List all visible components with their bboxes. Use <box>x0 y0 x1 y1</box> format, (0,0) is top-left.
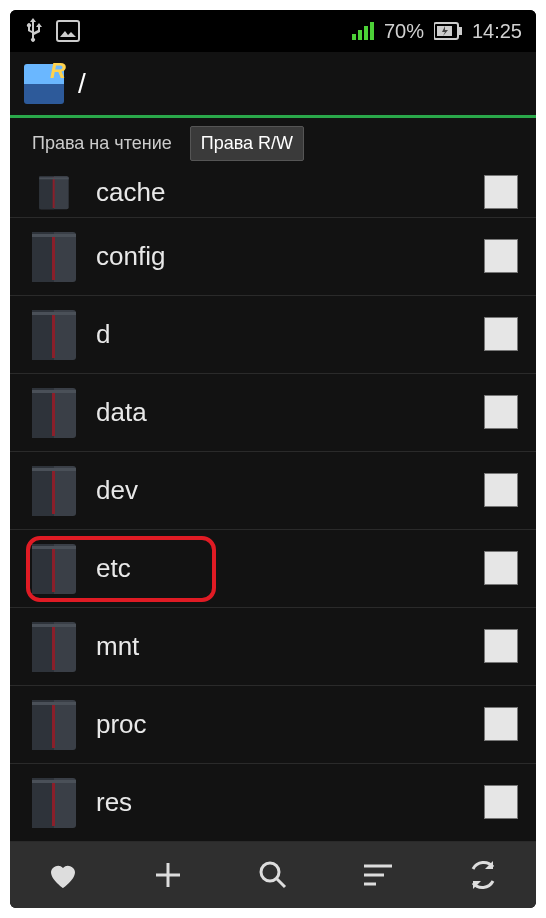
svg-rect-31 <box>32 624 76 627</box>
folder-icon <box>28 382 80 442</box>
file-checkbox[interactable] <box>484 239 518 273</box>
file-name-label: proc <box>96 709 468 740</box>
svg-rect-34 <box>52 702 55 748</box>
app-bar: / <box>10 52 536 118</box>
file-row-mnt[interactable]: mnt <box>10 608 536 686</box>
file-checkbox[interactable] <box>484 175 518 209</box>
file-name-label: config <box>96 241 468 272</box>
svg-rect-23 <box>32 468 76 471</box>
add-button[interactable] <box>152 859 184 891</box>
bottom-toolbar <box>10 842 536 908</box>
file-checkbox[interactable] <box>484 317 518 351</box>
permission-tabs: Права на чтение Права R/W <box>10 118 536 168</box>
file-row-proc[interactable]: proc <box>10 686 536 764</box>
file-checkbox[interactable] <box>484 785 518 819</box>
favorites-button[interactable] <box>47 860 79 890</box>
svg-rect-13 <box>32 310 54 360</box>
folder-icon <box>28 460 80 520</box>
svg-rect-2 <box>459 27 462 35</box>
tab-rw[interactable]: Права R/W <box>190 126 304 161</box>
svg-point-40 <box>261 863 279 881</box>
svg-rect-11 <box>32 234 76 237</box>
file-list: cache config d data dev etc mnt proc res <box>10 168 536 842</box>
folder-icon <box>28 172 80 212</box>
refresh-button[interactable] <box>467 859 499 891</box>
battery-percent: 70% <box>384 20 424 43</box>
file-row-config[interactable]: config <box>10 218 536 296</box>
file-row-etc[interactable]: etc <box>10 530 536 608</box>
search-button[interactable] <box>257 859 289 891</box>
svg-rect-19 <box>32 390 76 393</box>
svg-rect-27 <box>32 546 76 549</box>
file-name-label: d <box>96 319 468 350</box>
file-name-label: etc <box>96 553 468 584</box>
svg-rect-21 <box>32 466 54 516</box>
file-row-data[interactable]: data <box>10 374 536 452</box>
svg-rect-14 <box>52 312 55 358</box>
image-icon <box>56 20 80 42</box>
svg-rect-17 <box>32 388 54 438</box>
clock-text: 14:25 <box>472 20 522 43</box>
file-row-cache[interactable]: cache <box>10 168 536 218</box>
file-checkbox[interactable] <box>484 707 518 741</box>
file-name-label: mnt <box>96 631 468 662</box>
file-checkbox[interactable] <box>484 629 518 663</box>
svg-rect-25 <box>32 544 54 594</box>
svg-rect-7 <box>39 178 68 180</box>
file-row-dev[interactable]: dev <box>10 452 536 530</box>
svg-rect-29 <box>32 622 54 672</box>
folder-icon <box>28 538 80 598</box>
svg-rect-39 <box>32 780 76 783</box>
folder-icon <box>28 616 80 676</box>
file-row-d[interactable]: d <box>10 296 536 374</box>
file-name-label: res <box>96 787 468 818</box>
svg-rect-26 <box>52 546 55 592</box>
svg-rect-22 <box>52 468 55 514</box>
file-name-label: cache <box>96 177 468 208</box>
folder-icon <box>28 772 80 832</box>
svg-rect-10 <box>52 234 55 280</box>
svg-rect-38 <box>52 780 55 826</box>
folder-icon <box>28 304 80 364</box>
file-name-label: data <box>96 397 468 428</box>
folder-icon <box>28 226 80 286</box>
file-checkbox[interactable] <box>484 473 518 507</box>
svg-rect-9 <box>32 232 54 282</box>
svg-rect-33 <box>32 700 54 750</box>
app-icon[interactable] <box>24 64 64 104</box>
svg-rect-0 <box>57 21 79 41</box>
file-name-label: dev <box>96 475 468 506</box>
svg-rect-30 <box>52 624 55 670</box>
signal-icon <box>352 22 374 40</box>
svg-rect-15 <box>32 312 76 315</box>
svg-rect-5 <box>39 176 54 209</box>
file-row-res[interactable]: res <box>10 764 536 842</box>
svg-rect-18 <box>52 390 55 436</box>
status-bar: 70% 14:25 <box>10 10 536 52</box>
folder-icon <box>28 694 80 754</box>
svg-rect-35 <box>32 702 76 705</box>
usb-icon <box>24 18 42 44</box>
battery-icon <box>434 22 462 40</box>
file-checkbox[interactable] <box>484 551 518 585</box>
svg-rect-6 <box>53 178 55 209</box>
path-breadcrumb[interactable]: / <box>78 68 86 100</box>
file-checkbox[interactable] <box>484 395 518 429</box>
svg-rect-37 <box>32 778 54 828</box>
tab-read-only[interactable]: Права на чтение <box>22 127 182 160</box>
sort-button[interactable] <box>362 862 394 888</box>
